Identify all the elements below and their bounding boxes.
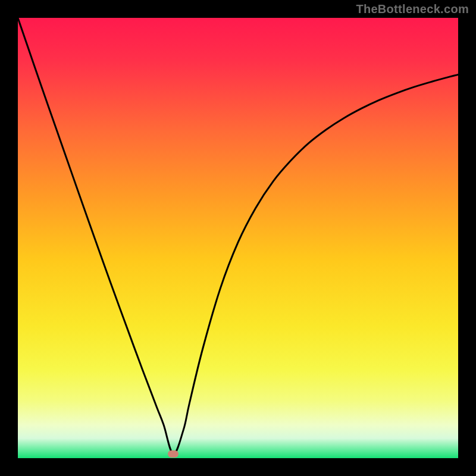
- gradient-background: [18, 18, 458, 458]
- chart-frame: TheBottleneck.com: [0, 0, 476, 476]
- optimal-point-marker: [168, 450, 178, 458]
- plot-area: [18, 18, 458, 458]
- watermark-text: TheBottleneck.com: [356, 2, 469, 16]
- chart-svg: [18, 18, 458, 458]
